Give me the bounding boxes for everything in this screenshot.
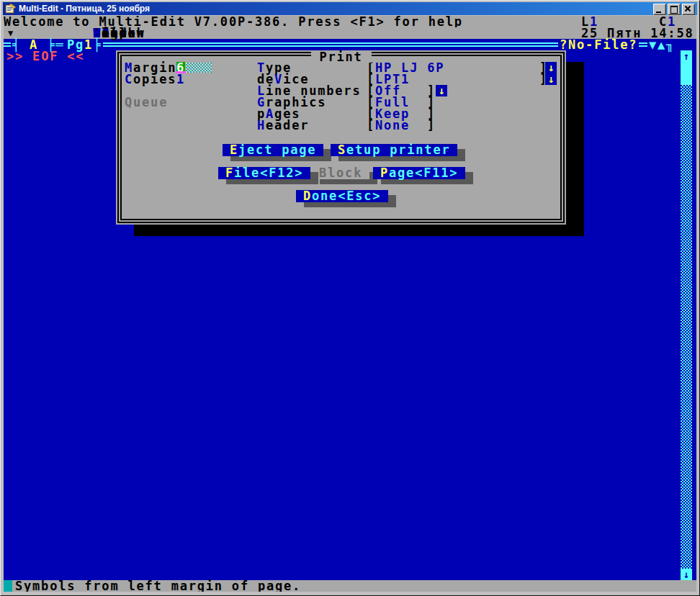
minimize-icon [656,12,661,13]
window-controls-glyphs: ▼▲╖ [647,39,682,50]
block-button: Block [312,167,369,179]
app-window: Multi-Edit - Пятница, 25 ноября Welcome … [0,0,700,596]
header-label: Header [257,119,309,131]
device-dropdown-arrow-icon[interactable]: ↓ [545,73,557,85]
drive-indicator: ╡ A ╞═ [11,39,66,50]
titlebar[interactable]: Multi-Edit - Пятница, 25 ноября [3,2,697,15]
close-button[interactable] [682,4,695,15]
line-numbers-dropdown-arrow-icon[interactable]: ↓ [436,85,447,96]
eof-marker: >> EOF << [6,50,84,62]
scroll-up-glyph-icon[interactable]: ▲ [658,37,666,52]
page-indicator: Pg1╞ [66,39,103,50]
status-message: Symbols from left margin of page. [15,580,301,592]
welcome-text: Welcome to Multi-Edit V7.00P-386. Press … [4,16,463,27]
scrollbar-up-icon[interactable]: ↑ [681,50,692,62]
status-color-block [4,580,12,592]
maximize-button[interactable] [668,4,681,15]
scrollbar-thumb[interactable] [681,62,692,85]
app-icon [5,4,16,14]
file-f12-button[interactable]: File<F12> [218,167,310,179]
header-value[interactable]: None [375,119,410,131]
editor-status-line: ╡ A ╞═ Pg1╞ ?No-File? ▼▲╖ [4,39,696,50]
copies-label: Copies [125,73,176,85]
vertical-scrollbar: ↑ ↓ [681,50,692,580]
dialog-title: Print [310,51,371,63]
page-f11-button[interactable]: Page<F11> [373,167,465,179]
maximize-icon [670,6,678,14]
minimize-button[interactable] [653,4,666,15]
corner-glyph-icon: ╖ [666,37,675,52]
queue-label: Queue [125,96,168,108]
eject-page-button[interactable]: Eject page [223,144,323,156]
window-title: Multi-Edit - Пятница, 25 ноября [19,4,150,14]
status-bar: Symbols from left margin of page. [4,580,696,592]
dos-screen: Welcome to Multi-Edit V7.00P-386. Press … [4,16,696,592]
setup-printer-button[interactable]: Setup printer [331,144,457,156]
scrollbar-track[interactable] [681,85,692,569]
copies-value[interactable]: 1 [176,73,185,85]
margin-input-field[interactable] [186,63,212,73]
done-esc-button[interactable]: Done<Esc> [296,190,388,202]
print-dialog: Print Margin 6 Type [ HP LJ 6P ] ↓ Copie… [116,50,566,225]
scroll-down-glyph-icon[interactable]: ▼ [649,37,658,52]
file-indicator: ?No-File? [558,39,639,50]
scrollbar-down-icon[interactable]: ↓ [681,569,692,580]
